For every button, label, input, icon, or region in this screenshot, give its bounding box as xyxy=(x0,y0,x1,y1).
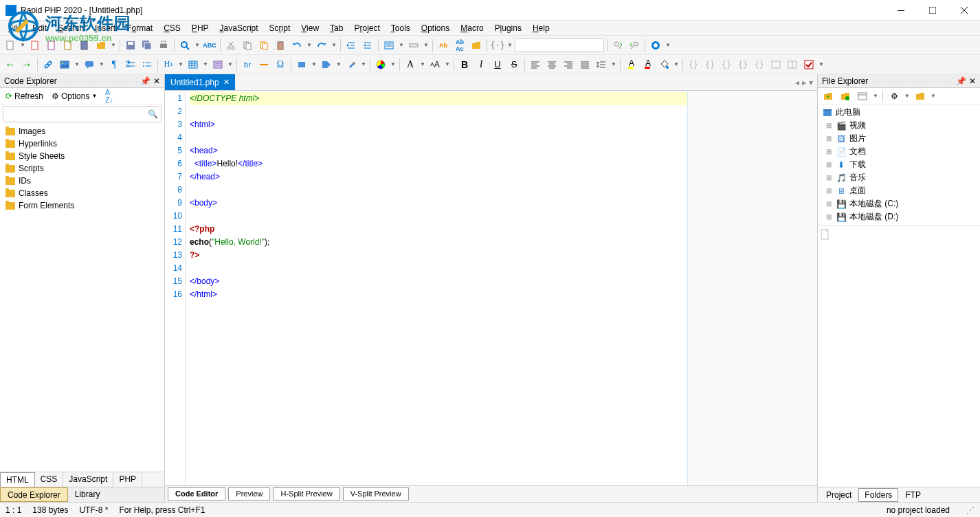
link-icon[interactable] xyxy=(41,57,56,72)
dropdown-icon[interactable]: ▼ xyxy=(202,61,209,67)
fe-item[interactable]: ⊞🎵音乐 xyxy=(819,171,979,184)
expand-icon[interactable]: ⊞ xyxy=(825,122,833,129)
save-all-icon[interactable] xyxy=(140,38,155,53)
new-css-icon[interactable] xyxy=(44,38,59,53)
highlight-icon[interactable]: A xyxy=(623,57,638,72)
tag-icon[interactable] xyxy=(319,57,334,72)
color-picker-icon[interactable] xyxy=(373,57,388,72)
dropdown-icon[interactable]: ▼ xyxy=(423,42,430,48)
list-ul-icon[interactable] xyxy=(140,57,155,72)
menu-macro[interactable]: Macro xyxy=(455,22,489,34)
dropdown-icon[interactable]: ▼ xyxy=(818,61,825,67)
menu-search[interactable]: Search xyxy=(52,22,89,34)
expand-icon[interactable]: ⊞ xyxy=(825,174,833,182)
new-php-icon[interactable] xyxy=(77,38,92,53)
italic-icon[interactable]: I xyxy=(474,57,489,72)
expand-icon[interactable]: ⊞ xyxy=(825,135,833,142)
align-left-icon[interactable] xyxy=(528,57,543,72)
spellcheck-icon[interactable]: ABC xyxy=(202,38,217,53)
expand-icon[interactable]: ⊞ xyxy=(825,213,833,221)
undo-icon[interactable] xyxy=(289,38,304,53)
fe-item[interactable]: ⊞💾本地磁盘 (C:) xyxy=(819,197,979,210)
layout-1-icon[interactable] xyxy=(768,57,783,72)
font-size-icon[interactable]: AA xyxy=(427,57,443,72)
lang-tab-css[interactable]: CSS xyxy=(35,472,64,487)
font-icon[interactable]: A xyxy=(403,57,418,72)
fe-item[interactable]: ⊞🎬视频 xyxy=(819,119,979,132)
dropdown-icon[interactable]: ▼ xyxy=(98,61,105,67)
code-editor[interactable]: 12345678910111213141516 <!DOCTYPE html><… xyxy=(165,91,817,485)
dropdown-icon[interactable]: ▼ xyxy=(19,42,26,48)
forward-icon[interactable]: → xyxy=(19,57,34,72)
editor-view-tab[interactable]: Code Editor xyxy=(168,487,225,500)
tree-item[interactable]: Images xyxy=(1,125,163,138)
css-icon[interactable] xyxy=(294,57,309,72)
bottom-tab[interactable]: Library xyxy=(68,487,107,502)
dropdown-icon[interactable]: ▼ xyxy=(610,61,617,67)
menu-edit[interactable]: Edit xyxy=(27,22,52,34)
menu-php[interactable]: PHP xyxy=(186,22,214,34)
outdent-icon[interactable] xyxy=(360,38,375,53)
redo-icon[interactable] xyxy=(314,38,329,53)
wrap-icon[interactable] xyxy=(381,38,397,53)
save-icon[interactable] xyxy=(123,38,138,53)
fe-item[interactable]: ⊞⬇下载 xyxy=(819,158,979,171)
paint-icon[interactable] xyxy=(344,57,359,72)
resize-grip-icon[interactable]: ⋰ xyxy=(966,505,975,515)
fe-gear-icon[interactable]: ⚙ xyxy=(887,89,902,104)
menu-tab[interactable]: Tab xyxy=(324,22,348,34)
list-ol-icon[interactable]: 12 xyxy=(123,57,138,72)
case-icon[interactable]: AbAc xyxy=(452,38,467,53)
folder-icon[interactable] xyxy=(469,38,484,53)
new-file-icon[interactable] xyxy=(3,38,18,53)
fe-folder-icon[interactable] xyxy=(913,89,928,104)
menu-javascript[interactable]: JavaScript xyxy=(214,22,264,34)
close-panel-icon[interactable]: ✕ xyxy=(969,76,976,86)
expand-icon[interactable]: ⊞ xyxy=(825,187,833,195)
hr-icon[interactable] xyxy=(256,57,271,72)
dropdown-icon[interactable]: ▼ xyxy=(398,42,405,48)
menu-help[interactable]: Help xyxy=(527,22,555,34)
tab-prev-icon[interactable]: ◂ xyxy=(795,78,799,87)
find-replace-icon[interactable]: Ab xyxy=(436,38,451,53)
find-prev-icon[interactable] xyxy=(627,38,642,53)
fe-view-icon[interactable] xyxy=(855,89,870,104)
fe-up-icon[interactable] xyxy=(821,89,836,104)
dropdown-icon[interactable]: ▼ xyxy=(177,61,184,67)
menu-options[interactable]: Options xyxy=(416,22,455,34)
layout-2-icon[interactable] xyxy=(785,57,800,72)
right-tab-folders[interactable]: Folders xyxy=(858,488,898,502)
ruler-icon[interactable] xyxy=(406,38,421,53)
dropdown-icon[interactable]: ▼ xyxy=(194,42,201,48)
right-tab-project[interactable]: Project xyxy=(821,489,857,501)
new-html-icon[interactable] xyxy=(27,38,43,53)
preview-icon[interactable] xyxy=(648,38,663,53)
image-icon[interactable] xyxy=(57,57,72,72)
strike-icon[interactable]: S xyxy=(506,57,522,72)
dropdown-icon[interactable]: ▼ xyxy=(74,61,80,67)
tree-item[interactable]: Classes xyxy=(1,187,163,199)
dropdown-icon[interactable]: ▼ xyxy=(673,61,680,67)
dropdown-icon[interactable]: ▼ xyxy=(331,42,337,48)
comment-icon[interactable] xyxy=(82,57,97,72)
brace-5-icon[interactable]: {} xyxy=(752,57,767,72)
menu-format[interactable]: Format xyxy=(121,22,158,34)
paragraph-icon[interactable]: ¶ xyxy=(107,57,122,72)
back-icon[interactable]: ← xyxy=(3,57,18,72)
search-icon[interactable]: 🔍 xyxy=(148,109,158,119)
editor-view-tab[interactable]: H-Split Preview xyxy=(273,487,339,500)
bottom-tab[interactable]: Code Explorer xyxy=(0,487,68,502)
tree-item[interactable]: IDs xyxy=(1,175,163,187)
open-icon[interactable] xyxy=(93,38,109,53)
fe-item[interactable]: ⊞📄文档 xyxy=(819,145,979,158)
heading-icon[interactable]: H1 xyxy=(161,57,176,72)
lang-tab-html[interactable]: HTML xyxy=(0,472,35,487)
right-tab-ftp[interactable]: FTP xyxy=(900,489,926,501)
tree-item[interactable]: Style Sheets xyxy=(1,150,163,162)
lang-tab-php[interactable]: PHP xyxy=(113,472,142,487)
menu-css[interactable]: CSS xyxy=(158,22,186,34)
copy-icon[interactable] xyxy=(240,38,255,53)
align-center-icon[interactable] xyxy=(544,57,559,72)
dropdown-icon[interactable]: ▼ xyxy=(444,61,451,67)
dropdown-icon[interactable]: ▼ xyxy=(306,42,313,48)
